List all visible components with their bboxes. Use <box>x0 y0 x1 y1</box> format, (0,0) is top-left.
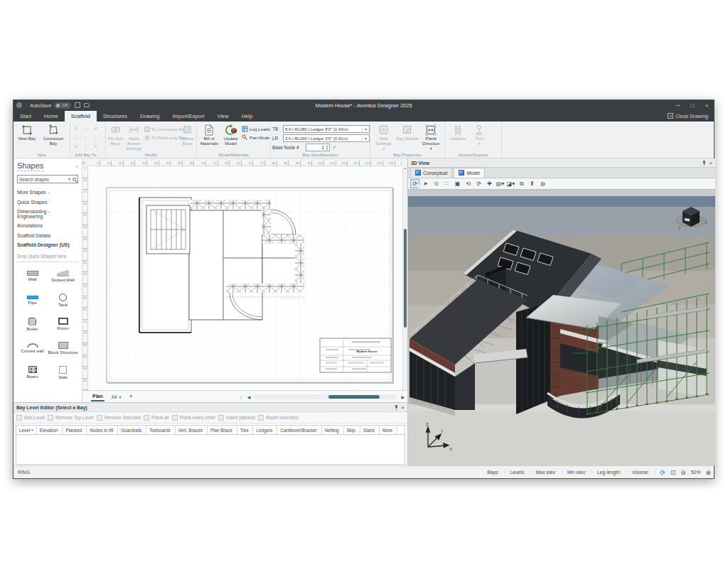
view3d-tab-model[interactable]: Model <box>454 168 485 178</box>
close-icon[interactable]: × <box>709 161 712 166</box>
table-column-header[interactable]: Ties <box>237 426 254 434</box>
fit-view-icon[interactable]: ⊡ <box>670 469 676 476</box>
vertical-scrollbar[interactable]: ▲ <box>402 166 407 390</box>
pin-icon[interactable] <box>703 161 705 166</box>
quick-shape-beam[interactable]: Beam <box>17 360 48 384</box>
zoom-out-icon[interactable]: ⊖ <box>680 469 686 476</box>
scrollbar-thumb[interactable] <box>328 395 380 399</box>
table-column-header[interactable]: Planked <box>63 426 87 434</box>
copy-icon[interactable]: ⧉ <box>517 179 526 188</box>
tab-view[interactable]: View <box>211 111 235 122</box>
shapes-category-quick-shapes[interactable]: Quick Shapes <box>17 197 78 206</box>
quick-shape-tank[interactable]: Tank <box>48 288 78 312</box>
view3d-tab-conceptual[interactable]: Conceptual <box>410 168 452 178</box>
connector-bay-button[interactable]: Connector Bay <box>39 123 68 146</box>
table-column-header[interactable]: Guardrails <box>118 426 146 434</box>
chevron-down-icon[interactable]: ▼ <box>68 177 71 181</box>
zoom-in-icon[interactable]: ⊕ <box>705 469 711 476</box>
zoom-level[interactable]: 50% <box>691 470 701 475</box>
quick-shape-room[interactable]: Room <box>48 312 78 336</box>
shapes-category-scaffold-designer-us[interactable]: Scaffold Designer (US) <box>17 240 78 249</box>
table-column-header[interactable]: Nodes in lift <box>87 426 118 434</box>
tb-ledger-select[interactable]: 8 ft | RL080 | Ledger 8'0" (2.43m)▼ <box>283 125 370 133</box>
zoom-icon[interactable]: ⊙ <box>432 179 441 188</box>
table-column-header[interactable]: Cantilever/Bracket <box>277 426 321 434</box>
tab-import-export[interactable]: Import/Export <box>166 111 211 122</box>
table-column-header[interactable]: Level▾ <box>16 426 37 434</box>
zoom-extents-icon[interactable]: ∷ <box>442 179 451 188</box>
quick-shape-pipe[interactable]: Pipe <box>17 288 48 312</box>
refresh-view-icon[interactable]: ⟳ <box>410 179 419 188</box>
plank-direction-button[interactable]: Plank Direction▾ <box>419 123 443 151</box>
zoom-window-icon[interactable]: ▣ <box>453 179 462 188</box>
view-cube-icon[interactable]: ▤▾ <box>496 179 505 188</box>
table-column-header[interactable]: Vert. Braces <box>176 426 208 434</box>
tab-structures[interactable]: Structures <box>97 111 134 122</box>
quick-shape-sloped-wall[interactable]: Sloped Wall <box>48 264 78 288</box>
tab-scaffold[interactable]: Scaffold <box>65 111 97 122</box>
update-model-button[interactable]: Update Model <box>220 123 242 146</box>
tool-icon <box>16 415 22 421</box>
app-logo-icon[interactable] <box>16 102 22 108</box>
apply-check-icon[interactable]: ✓ <box>332 144 337 151</box>
close-icon[interactable]: × <box>401 405 405 410</box>
quick-shape-slab[interactable]: Slab <box>48 360 78 384</box>
minimize-button[interactable]: ─ <box>671 100 685 110</box>
quick-shape-block-structure[interactable]: Block Structure <box>48 336 78 360</box>
layer-filter-dropdown[interactable]: All▲ <box>112 394 122 399</box>
scroll-left-icon[interactable]: ◀ <box>247 394 251 399</box>
plan-view[interactable]: Modern House ▲ <box>88 166 407 390</box>
close-button[interactable]: × <box>700 100 714 110</box>
autosave-toggle[interactable]: Off <box>54 102 71 109</box>
tab-home[interactable]: Home <box>38 111 65 122</box>
sheet-tab-plan[interactable]: Plan <box>91 392 105 402</box>
maximize-button[interactable]: □ <box>685 100 700 110</box>
free-orbit-icon[interactable]: ⟳ <box>474 179 483 188</box>
shapes-category-annotations[interactable]: Annotations <box>17 221 78 230</box>
view3d-viewport[interactable]: S E Z Y X <box>408 190 715 465</box>
pan-icon[interactable]: ✚ <box>485 179 494 188</box>
open-folder-icon[interactable] <box>84 103 90 107</box>
shapes-category-more-shapes[interactable]: More Shapes› <box>17 188 78 197</box>
table-column-header[interactable]: Skip <box>344 426 360 434</box>
collapse-panel-icon[interactable]: ‹ <box>76 163 78 170</box>
orbit-icon[interactable]: ⟲ <box>464 179 473 188</box>
search-input[interactable]: Search shapes ▼ <box>17 175 78 183</box>
add-sheet-button[interactable]: + <box>129 393 133 400</box>
table-column-header[interactable]: Elevation <box>37 426 63 434</box>
scrollbar-thumb[interactable] <box>404 229 407 328</box>
quick-shape-curved-wall[interactable]: Curved wall <box>17 336 48 360</box>
tab-help[interactable]: Help <box>235 111 259 122</box>
table-column-header[interactable]: Toeboards <box>146 426 175 434</box>
table-column-header[interactable]: Ledgers <box>253 426 277 434</box>
quick-shape-wall[interactable]: Wall <box>17 264 48 288</box>
close-drawing-button[interactable]: × Close Drawing <box>665 112 711 120</box>
shapes-category-dimensioning[interactable]: Dimensioning - Engineering <box>17 207 78 221</box>
scroll-right-icon[interactable]: ▶ <box>401 394 405 399</box>
table-column-header[interactable]: Netting <box>322 426 344 434</box>
overflow-menu-icon[interactable]: ⋮ <box>239 394 243 399</box>
tab-drawing[interactable]: Drawing <box>134 111 166 122</box>
export-icon[interactable]: ⬆ <box>528 179 537 188</box>
new-bay-button[interactable]: New Bay <box>15 123 39 141</box>
leg-loads-button[interactable]: Leg Loads <box>242 126 269 132</box>
save-icon[interactable] <box>75 102 80 108</box>
lr-ledger-select[interactable]: 3 ft | RL030 | Ledger 3'0" (0.91m)▼ <box>283 134 370 142</box>
table-column-header[interactable]: More <box>380 426 397 434</box>
stepper-arrows-icon[interactable]: ▲▼ <box>326 145 329 151</box>
table-column-header[interactable]: Plan Brace <box>208 426 237 434</box>
pin-icon[interactable] <box>395 405 397 410</box>
select-icon[interactable]: ➤ <box>421 179 430 188</box>
refresh-icon[interactable]: ⟳ <box>660 469 665 476</box>
base-node-stepper[interactable]: 1 ▲▼ <box>306 144 330 151</box>
quick-shape-boiler[interactable]: Boiler <box>17 312 48 336</box>
shapes-category-scaffold-details[interactable]: Scaffold Details <box>17 231 78 240</box>
part-mods-button[interactable]: Part Mods <box>242 134 269 141</box>
render-icon[interactable]: ◍ <box>538 179 547 188</box>
bill-of-materials-button[interactable]: Bill of Materials <box>198 123 220 146</box>
ribbon-group-access-support: Ladders Ties▾ Access/Support <box>445 122 502 158</box>
visual-style-icon[interactable]: ◪▾ <box>506 179 515 188</box>
tab-start[interactable]: Start <box>14 111 38 122</box>
horizontal-scrollbar[interactable] <box>255 394 397 399</box>
table-column-header[interactable]: Stairs <box>360 426 380 434</box>
